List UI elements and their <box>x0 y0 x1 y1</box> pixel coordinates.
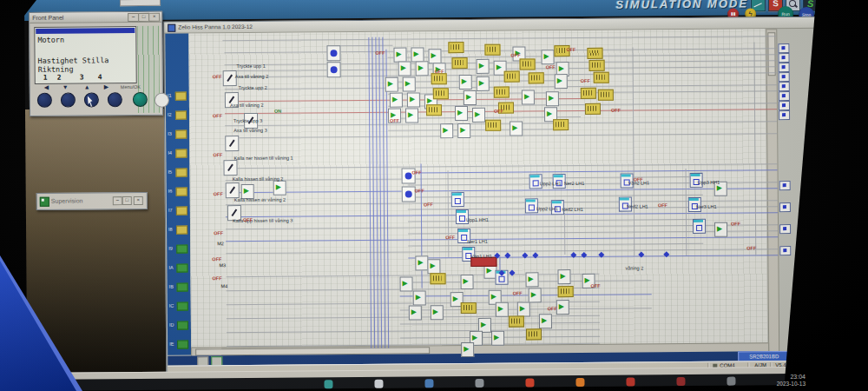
zelio-lcd-display: Motorn Hastighet Stilla Riktning 1 2 3 4 <box>34 26 137 84</box>
input-sensor-icon[interactable] <box>177 321 188 330</box>
fbd-canvas[interactable] <box>188 29 767 370</box>
lcd-line-1: Motorn <box>37 36 64 44</box>
arrow-up-key[interactable]: ▲ <box>84 83 90 89</box>
vertical-scrollbar-thumb[interactable] <box>767 32 775 76</box>
lcd-line-3: Riktning <box>38 65 74 74</box>
input-id-label: I8 <box>168 228 173 233</box>
input-id-label: IE <box>169 342 174 348</box>
input-id-label: ID <box>169 323 174 328</box>
input-id-label: I6 <box>168 189 173 195</box>
input-sensor-icon[interactable] <box>177 341 188 349</box>
input-switch-icon[interactable] <box>175 130 187 139</box>
cutoff-dialog <box>120 0 161 6</box>
taskbar-clock[interactable]: 23:04 2023-10-13 <box>748 373 806 388</box>
browser-icon-orange[interactable] <box>575 378 584 387</box>
browser-icon-red[interactable] <box>525 378 534 387</box>
front-panel-window[interactable]: Front Panel – □ × Motorn Hastighet Still… <box>29 11 163 116</box>
input-id-label: I3 <box>168 132 172 137</box>
inputs-rail: I1I2I3I4I5I6I7I8I9IAIBICIDIE <box>165 34 191 355</box>
input-switch-icon[interactable] <box>175 111 187 120</box>
input-switch-icon[interactable] <box>175 149 187 158</box>
settings-gear-icon[interactable] <box>727 377 735 386</box>
close-button[interactable]: × <box>148 13 160 22</box>
input-switch-icon[interactable] <box>176 169 187 177</box>
menu-ok-label: Menu/OK <box>121 84 141 89</box>
photo-of-monitor: SIMULATION MODE S S ▮▮ ϟ Run Stop Superv… <box>0 0 868 391</box>
main-window-title: Zelio Hiss Panna 1.0 2023-12 <box>178 23 253 30</box>
app-icon-darkred[interactable] <box>676 377 685 386</box>
input-sensor-icon[interactable] <box>176 264 187 273</box>
app-icon-window[interactable] <box>374 380 383 388</box>
app-icon-teal[interactable] <box>324 380 332 388</box>
input-id-label: I9 <box>168 247 173 252</box>
lcd-line-2: Hastighet Stilla <box>38 56 109 65</box>
front-panel-titlebar[interactable]: Front Panel – □ × <box>30 12 161 23</box>
input-sensor-icon[interactable] <box>176 245 187 254</box>
zelio-main-window: Zelio Hiss Panna 1.0 2023-12 I1I2I3I4I5I… <box>163 17 829 373</box>
supervision-title: Supervision <box>51 197 83 203</box>
arrow-left-key[interactable]: ◀ <box>44 84 49 91</box>
office-icon-red[interactable] <box>626 377 635 386</box>
lcd-number-3: 3 <box>80 73 84 81</box>
panel-button-4[interactable] <box>108 92 122 107</box>
window-app-icon <box>168 24 175 32</box>
app-icon-gray[interactable] <box>475 379 483 388</box>
lcd-number-1: 1 <box>43 74 48 82</box>
input-sensor-icon[interactable] <box>177 302 188 311</box>
input-id-label: IA <box>168 266 173 271</box>
input-id-label: IB <box>169 285 174 290</box>
input-id-label: I5 <box>168 170 173 176</box>
input-sensor-icon[interactable] <box>177 283 188 292</box>
input-switch-icon[interactable] <box>176 226 187 235</box>
input-id-label: I4 <box>168 151 172 156</box>
menu-ok-button[interactable] <box>133 92 148 107</box>
handle <box>794 4 798 8</box>
panel-button-1[interactable] <box>37 93 52 108</box>
supervision-window[interactable]: Supervision – □ × <box>36 192 148 210</box>
lcd-header-bar <box>36 28 135 34</box>
app-icon-blue[interactable] <box>424 379 433 388</box>
shift-button[interactable] <box>155 93 169 108</box>
clock-time: 23:04 <box>748 373 806 381</box>
icon-quadrant <box>42 199 44 202</box>
monitor-screen: SIMULATION MODE S S ▮▮ ϟ Run Stop Superv… <box>24 0 828 391</box>
chart-line <box>753 3 761 7</box>
panel-button-2[interactable] <box>61 93 76 108</box>
input-switch-icon[interactable] <box>176 207 187 215</box>
front-panel-title: Front Panel <box>32 15 63 21</box>
arrow-right-key[interactable]: ▶ <box>104 83 108 90</box>
vertical-scrollbar[interactable] <box>766 29 779 356</box>
input-switch-icon[interactable] <box>175 92 187 101</box>
restore-button[interactable]: □ <box>122 196 132 205</box>
supervision-app-icon <box>40 197 49 207</box>
input-id-label: I7 <box>168 209 173 214</box>
clock-date: 2023-10-13 <box>748 381 806 388</box>
close-button[interactable]: × <box>134 196 143 205</box>
input-id-label: I2 <box>168 113 172 118</box>
minimize-button[interactable]: – <box>113 196 122 205</box>
arrow-down-key[interactable]: ▼ <box>62 84 69 90</box>
input-id-label: IC <box>169 304 174 309</box>
input-switch-icon[interactable] <box>176 188 187 196</box>
lcd-number-4: 4 <box>98 73 102 81</box>
lcd-number-2: 2 <box>57 74 62 82</box>
